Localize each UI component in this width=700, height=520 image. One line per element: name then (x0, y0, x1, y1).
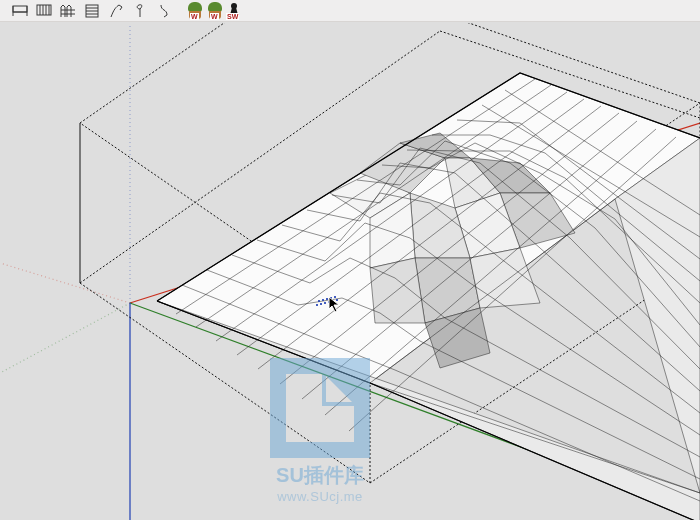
scene-svg (0, 23, 700, 520)
hook-icon[interactable] (154, 2, 174, 20)
svg-rect-0 (13, 6, 27, 12)
plant-component-icon-2[interactable]: W (206, 2, 224, 20)
light-icon[interactable] (106, 2, 126, 20)
panel-icon[interactable] (82, 2, 102, 20)
component-tag: W (190, 13, 199, 20)
tool-preview-dots (314, 296, 340, 308)
axis-x-neg (0, 263, 130, 303)
axis-y-neg (0, 303, 130, 373)
plant-component-icon[interactable]: W (186, 2, 204, 20)
svg-marker-16 (370, 258, 425, 323)
component-tag: SW (226, 13, 239, 20)
crib-icon[interactable] (34, 2, 54, 20)
fence-icon[interactable] (58, 2, 78, 20)
person-component-icon[interactable]: SW (226, 2, 242, 20)
toolbar: W W SW (0, 0, 700, 22)
terrain-mesh (157, 73, 700, 520)
bench-icon[interactable] (10, 2, 30, 20)
lamp-icon[interactable] (130, 2, 150, 20)
model-viewport[interactable]: SU插件库 www.SUcj.me (0, 23, 700, 520)
component-tag: W (210, 13, 219, 20)
